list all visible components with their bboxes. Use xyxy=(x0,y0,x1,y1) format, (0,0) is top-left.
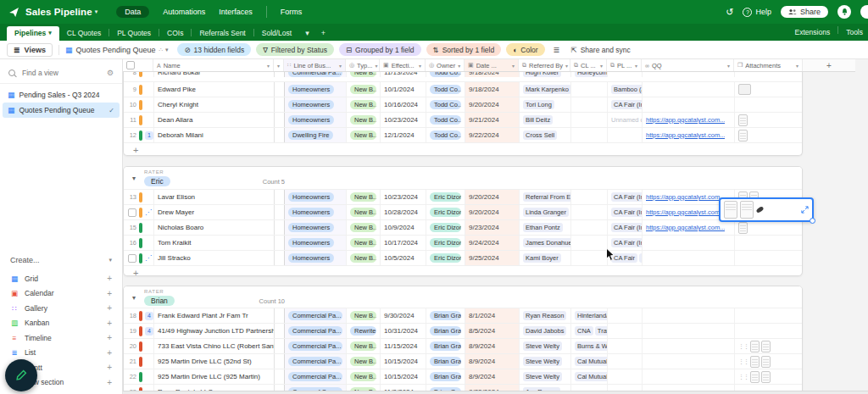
chevron-down-icon[interactable]: ▾ xyxy=(796,63,798,69)
share-and-sync-button[interactable]: ⇱ Share and sync xyxy=(571,46,631,54)
file-attachment-icon[interactable] xyxy=(738,114,748,126)
table-tab-pipelines[interactable]: Pipelines ▾ xyxy=(7,26,59,41)
chevron-down-icon[interactable]: ▾ xyxy=(512,63,515,69)
column-header-type[interactable]: ◎Typ...▾ xyxy=(346,59,380,71)
table-row[interactable]: 13Lavar ElisonHomeownersNew B...10/23/20… xyxy=(124,190,802,205)
history-icon[interactable]: ↺ xyxy=(726,8,733,16)
column-header-pl[interactable]: ⧉PL ...▾ xyxy=(607,59,642,71)
table-row[interactable]: 15Nicholas BoaroHomeownersNew B...10/9/2… xyxy=(124,220,802,236)
find-view-input[interactable] xyxy=(20,68,102,78)
chevron-down-icon[interactable]: ▾ xyxy=(600,63,603,69)
toolbar-pill-filtered-by-status[interactable]: ∇Filtered by Status xyxy=(256,43,334,56)
user-avatar[interactable] xyxy=(860,5,868,19)
chevron-down-icon[interactable]: ▾ xyxy=(565,63,568,69)
create-item-list[interactable]: ≣List+ xyxy=(0,346,122,361)
qq-link[interactable]: https://app.qqcatalyst.com... xyxy=(646,116,725,124)
attachment-thumbnail[interactable] xyxy=(724,201,737,219)
plus-icon[interactable]: + xyxy=(107,363,112,372)
expand-record-icon[interactable]: ⋰ xyxy=(145,209,152,216)
help-button[interactable]: ? Help xyxy=(743,8,771,17)
plus-icon[interactable]: + xyxy=(107,289,112,298)
table-tab-cois[interactable]: COIs xyxy=(159,26,191,41)
qq-link[interactable]: https://app.qqcatalyst.com... xyxy=(646,224,725,231)
sidebar-view-pending-sales-q3-2024[interactable]: ▦Pending Sales - Q3 2024 xyxy=(3,87,120,103)
tab-list-chevron-icon[interactable]: ▾ xyxy=(299,29,315,41)
column-header-effective-date[interactable]: ▣Effecti...▾ xyxy=(380,59,426,71)
toolbar-pill-color[interactable]: ◐Color xyxy=(506,43,544,56)
file-attachment-icon[interactable] xyxy=(750,371,760,383)
table-row[interactable]: 21925 Martin Drive LLC (52nd St)Commerci… xyxy=(124,354,802,369)
image-attachment-thumbnail[interactable] xyxy=(738,84,751,95)
plus-icon[interactable]: + xyxy=(107,348,112,358)
checkbox-icon[interactable] xyxy=(126,61,135,69)
sidebar-view-quotes-pending-queue[interactable]: ▦Quotes Pending Queue✓ xyxy=(3,103,120,118)
qq-link[interactable]: https://app.qqcatalyst.com... xyxy=(646,208,725,216)
group-header-brian[interactable]: ▾RATERBrianCount 10 xyxy=(124,286,802,308)
table-row[interactable]: 22925 Martin Drive LLC (925 Martin)Comme… xyxy=(124,369,802,385)
column-header-line-of-business[interactable]: ∷Line of Bus...▾ xyxy=(284,59,346,71)
file-attachment-icon[interactable] xyxy=(738,130,748,142)
views-toggle-button[interactable]: ≣ Views xyxy=(7,43,53,57)
create-item-calendar[interactable]: ▣Calendar+ xyxy=(0,286,122,302)
base-title[interactable]: Sales Pipeline xyxy=(25,7,92,17)
table-row[interactable]: 20733 East Vista Chino LLC (Robert Santo… xyxy=(124,339,802,354)
chevron-down-icon[interactable]: ▾ xyxy=(727,63,730,69)
expand-cell-icon[interactable] xyxy=(801,206,809,214)
table-row[interactable]: ⋰Jill StrackoHomeownersNew B...10/5/2024… xyxy=(124,251,802,266)
tabbar-extensions[interactable]: Extensions xyxy=(795,28,831,36)
notifications-button[interactable] xyxy=(837,5,851,19)
select-all-checkbox[interactable] xyxy=(123,59,153,71)
table-row[interactable]: ⋰Drew MayerHomeownersNew B...10/28/2024E… xyxy=(124,205,802,220)
chevron-down-icon[interactable]: ▾ xyxy=(635,63,637,69)
horizontal-scrollbar[interactable] xyxy=(123,391,868,394)
table-row[interactable]: 19441/49 Highway Junction LTD Partnershi… xyxy=(124,324,802,339)
gear-icon[interactable]: ⚙ xyxy=(107,69,114,77)
nav-item-interfaces[interactable]: Interfaces xyxy=(219,6,253,18)
plus-icon[interactable]: + xyxy=(107,319,112,328)
chevron-down-icon[interactable]: ▾ xyxy=(277,63,280,69)
file-attachment-icon[interactable] xyxy=(761,356,771,368)
table-row[interactable]: 184Frank Edward Plant Jr Fam TrCommercia… xyxy=(124,308,802,324)
nav-item-data[interactable]: Data xyxy=(116,6,149,18)
table-row[interactable]: 8Richard BokarCommercial Pa...New B...11… xyxy=(124,71,802,82)
nav-item-automations[interactable]: Automations xyxy=(163,6,205,18)
column-header-attachments[interactable]: ❐Attachments▾ xyxy=(734,59,803,71)
share-button[interactable]: Share xyxy=(781,6,828,18)
expand-record-icon[interactable]: ⋰ xyxy=(145,255,152,262)
table-row[interactable]: 16Tom KraikitHomeownersNew B...10/17/202… xyxy=(124,236,802,251)
create-item-timeline[interactable]: ≡Timeline+ xyxy=(0,330,122,346)
table-tab-pl-quotes[interactable]: PL Quotes xyxy=(109,26,159,41)
group-header-eric[interactable]: ▾RATEREricCount 5 xyxy=(124,167,802,190)
create-label[interactable]: Create... xyxy=(10,256,40,264)
add-table-button[interactable]: + xyxy=(315,29,331,41)
plus-icon[interactable]: + xyxy=(107,378,112,387)
table-tab-referrals-sent[interactable]: Referrals Sent xyxy=(192,26,253,41)
attachment-thumbnail[interactable] xyxy=(740,201,754,219)
table-row[interactable]: 10Cheryl KnightHomeownersNew B...10/16/2… xyxy=(124,97,802,113)
table-row[interactable]: 11Dean AllaraHomeownersNew B...10/23/202… xyxy=(124,113,802,128)
create-item-kanban[interactable]: ▥Kanban+ xyxy=(0,316,122,331)
column-header-spacer[interactable]: ▾ xyxy=(274,59,284,71)
annotate-fab-button[interactable] xyxy=(5,359,37,391)
toolbar-pill-sorted-by-1-field[interactable]: ⇅Sorted by 1 field xyxy=(426,43,502,56)
column-header-qq[interactable]: ∞QQ▾ xyxy=(642,59,734,71)
chevron-down-icon[interactable]: ▾ xyxy=(419,63,421,69)
plus-icon[interactable]: + xyxy=(107,333,112,342)
column-header-date[interactable]: ▣Date ...▾ xyxy=(465,59,519,71)
table-row[interactable]: 9Edward PikeHomeownersNew B...10/1/2024T… xyxy=(124,82,802,97)
plus-icon[interactable]: + xyxy=(107,303,112,313)
qq-link[interactable]: https://app.qqcatalyst.com... xyxy=(646,131,725,139)
add-field-button[interactable]: + xyxy=(803,59,855,72)
file-attachment-icon[interactable] xyxy=(738,222,748,234)
table-row[interactable]: 121Deborah MilaniDwelling FireNew B...12… xyxy=(124,128,802,143)
toolbar-pill-13-hidden-fields[interactable]: ⊘13 hidden fields xyxy=(177,43,251,56)
selected-attachment-cell[interactable] xyxy=(719,197,814,222)
file-attachment-icon[interactable] xyxy=(750,356,760,368)
file-attachment-icon[interactable] xyxy=(761,371,771,383)
create-item-gallery[interactable]: ∷Gallery+ xyxy=(0,301,122,316)
add-record-button[interactable]: + xyxy=(124,266,802,276)
tabbar-tools[interactable]: Tools xyxy=(846,28,863,36)
column-header-referred-by[interactable]: ⧉Referred By▾ xyxy=(519,59,570,71)
fill-handle[interactable] xyxy=(810,218,815,224)
row-checkbox[interactable] xyxy=(128,254,136,263)
